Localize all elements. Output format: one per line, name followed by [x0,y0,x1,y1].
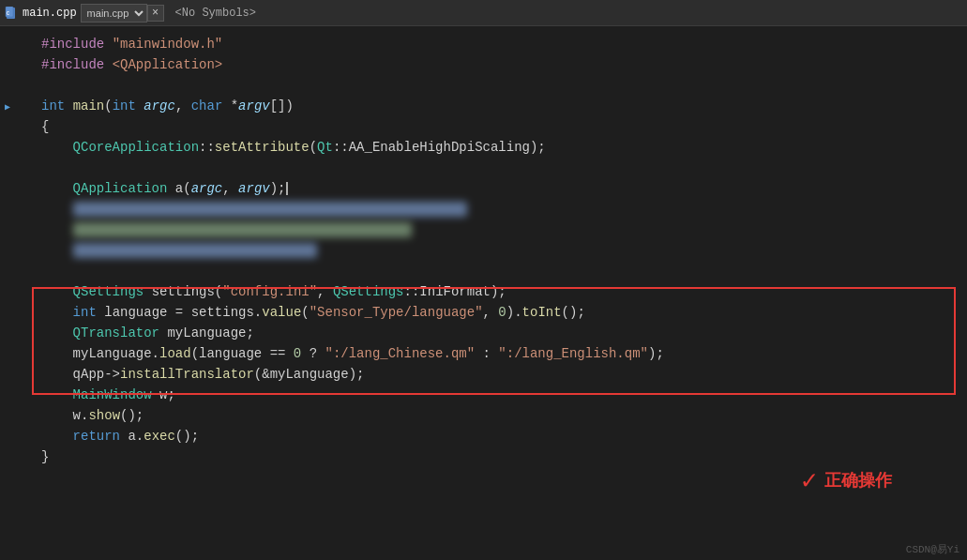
symbol-label: <No Symbols> [175,7,256,20]
code-line-load: myLanguage.load(language == 0 ? ":/lang_… [0,343,967,364]
code-line-mainwindow: MainWindow w; [0,385,967,405]
code-line-qtranslator: QTranslator myLanguage; [0,323,967,343]
checkmark-icon: ✓ [801,464,817,496]
code-line-2: #include <QApplication> [0,54,967,75]
code-line-install: qApp->installTranslator(&myLanguage); [0,364,967,385]
code-line-3 [0,75,967,96]
code-line-blurred-3: xxxxxxxxxxxxxxxxxxxxxxxxxxxxxxx [0,240,967,261]
annotation-label: 正确操作 [824,469,892,492]
file-dropdown[interactable]: main.cpp [81,4,147,23]
code-line-return: return a.exec(); [0,426,967,446]
code-line-blurred-1: xxxxxxxxxxxxxxxxxxxxxxxxxxxxxxxxxxxxxxxx… [0,199,967,219]
code-line-int-language: int language = settings.value("Sensor_Ty… [0,302,967,323]
code-line-4: ▶ int main(int argc, char *argv[]) [0,96,967,116]
code-editor: #include "mainwindow.h" #include <QAppli… [0,26,967,560]
tab-close-button[interactable]: × [147,5,164,22]
title-bar: C main.cpp main.cpp × <No Symbols> [0,0,967,26]
code-line-5: { [0,116,967,137]
code-line-8: QApplication a(argc, argv); [0,178,967,199]
code-line-empty2 [0,261,967,281]
code-line-7 [0,158,967,178]
file-icon: C [4,6,19,21]
code-line-show: w.show(); [0,405,967,426]
code-line-blurred-2: xxxxxxxxxxxxxxxxxxxxxxxxxxxxxxxxxxxxxxxx… [0,219,967,240]
svg-text:C: C [7,11,9,17]
watermark: CSDN@易Yi [906,542,959,556]
code-line-1: #include "mainwindow.h" [0,34,967,54]
tab-filename: main.cpp [23,7,77,20]
code-line-6: QCoreApplication::setAttribute(Qt::AA_En… [0,137,967,158]
annotation: ✓ 正确操作 [801,464,892,496]
code-line-qsettings: QSettings settings("config.ini", QSettin… [0,281,967,302]
